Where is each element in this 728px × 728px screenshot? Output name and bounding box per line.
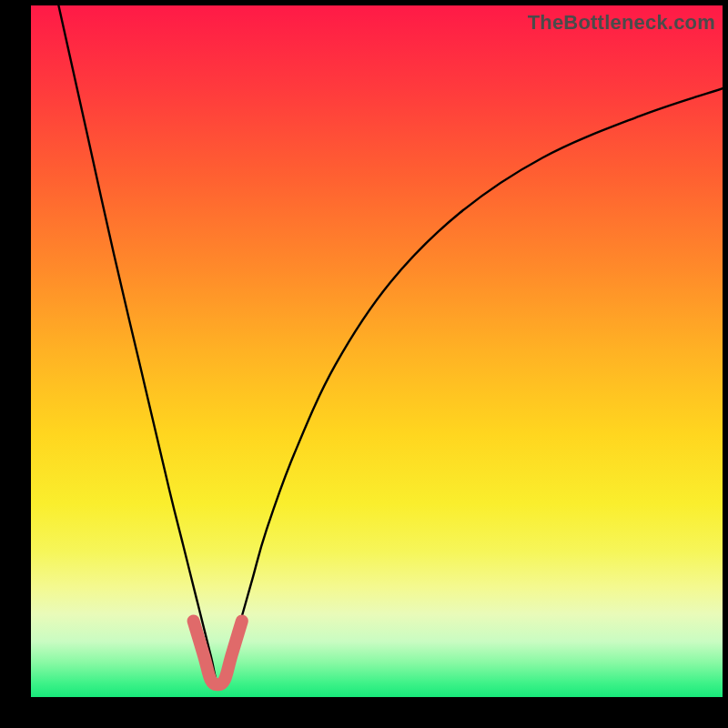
curve-layer xyxy=(31,5,723,697)
bottleneck-curve-path xyxy=(58,5,723,683)
optimal-highlight-path xyxy=(194,621,242,684)
chart-frame: TheBottleneck.com xyxy=(0,0,728,728)
plot-area: TheBottleneck.com xyxy=(31,5,723,697)
